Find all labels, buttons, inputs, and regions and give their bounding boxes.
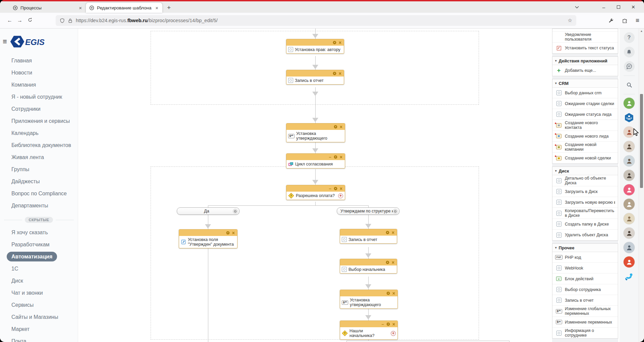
gear-icon[interactable] xyxy=(333,71,336,75)
sidebar-item[interactable]: Разработчикам xyxy=(0,239,78,251)
action-item[interactable]: Ожидание статуса лида xyxy=(552,109,618,120)
wrench-icon[interactable] xyxy=(608,18,614,23)
sidebar-item[interactable]: Я - новый сотрудник xyxy=(0,91,78,103)
action-item[interactable]: Создание нового контакта xyxy=(552,120,618,131)
egis-logo[interactable]: EGIS xyxy=(10,34,45,49)
help-button[interactable]: ? xyxy=(624,32,635,43)
condition-branch-structure[interactable]: Утверждаем по структуре ко... xyxy=(337,207,399,215)
chat-icon[interactable] xyxy=(624,61,635,72)
user-avatar[interactable] xyxy=(624,155,635,166)
user-avatar[interactable] xyxy=(624,98,635,109)
condition-branch-yes[interactable]: Да xyxy=(177,207,239,215)
user-avatar[interactable] xyxy=(624,199,635,210)
minimize-button[interactable]: – xyxy=(596,4,611,10)
action-item[interactable]: Загрузить в Диск xyxy=(552,186,618,197)
flow-block-payment-allowed[interactable]: – × ? Разрешена оплата? + xyxy=(286,185,345,200)
sidebar-item[interactable]: Почта xyxy=(0,335,78,342)
action-item[interactable]: Создать папку в Диске xyxy=(552,219,618,230)
lock-icon[interactable] xyxy=(68,18,73,23)
sidebar-item[interactable]: Департаменты xyxy=(0,200,78,212)
sidebar-item[interactable]: Библиотека документов xyxy=(0,139,78,151)
action-item[interactable]: Создание новой компании xyxy=(552,142,618,153)
notifications-bell-icon[interactable] xyxy=(624,47,635,57)
sidebar-item[interactable]: Диск xyxy=(0,275,78,287)
back-button[interactable]: ← xyxy=(5,17,15,23)
gear-icon[interactable] xyxy=(386,291,390,295)
close-window-button[interactable]: × xyxy=(626,4,641,11)
action-item[interactable]: Создание нового лида xyxy=(552,131,618,142)
action-item[interactable]: Запись в отчет xyxy=(552,295,618,306)
workflow-canvas[interactable]: × Установка прав: автору × Запись в отче xyxy=(78,29,552,342)
sidebar-item[interactable]: Главная xyxy=(0,55,78,67)
sidebar-item[interactable]: Приложения и сервисы xyxy=(0,115,78,127)
gear-icon[interactable] xyxy=(386,322,390,326)
action-item[interactable]: Изменение переменных xyxy=(552,317,618,328)
close-icon[interactable]: × xyxy=(340,186,342,191)
flow-block-report-top[interactable]: × Запись в отчет xyxy=(286,70,344,85)
collapse-icon[interactable]: – xyxy=(329,187,331,190)
flow-block-found-boss[interactable]: – × ? Нашли начальника? + xyxy=(340,321,398,340)
close-icon[interactable]: × xyxy=(392,230,394,235)
close-icon[interactable]: × xyxy=(392,260,394,265)
scroll-up-arrow[interactable]: ▲ xyxy=(639,29,644,33)
sidebar-item[interactable]: Сервисы xyxy=(0,299,78,311)
gear-icon[interactable] xyxy=(226,231,230,235)
add-branch-button[interactable]: + xyxy=(338,193,343,198)
tab-processes[interactable]: Процессы × xyxy=(9,3,86,13)
action-item[interactable]: Уведомление пользователя xyxy=(552,32,618,43)
close-icon[interactable]: × xyxy=(392,322,395,327)
action-item[interactable]: Установить текст статуса xyxy=(552,43,618,53)
action-item[interactable]: Удалить объект Диска xyxy=(552,230,618,240)
collapse-icon[interactable]: – xyxy=(382,323,384,326)
gear-icon[interactable] xyxy=(233,209,238,214)
flow-block-choose-boss[interactable]: × Выбор начальника xyxy=(340,259,397,274)
user-avatar[interactable] xyxy=(624,228,635,239)
flow-block-set-approver[interactable]: × Установка утверждающего xyxy=(286,123,345,142)
gear-icon[interactable] xyxy=(334,125,337,129)
sidebar-item[interactable]: Дайджесты xyxy=(0,176,78,188)
sidebar-item[interactable]: Живая лента xyxy=(0,151,78,163)
action-item[interactable]: Выбор сотрудника xyxy=(552,284,618,295)
user-avatar[interactable] xyxy=(624,213,635,224)
action-item[interactable]: Ожидание стадии сделки xyxy=(552,98,618,109)
browser-menu-icon[interactable]: ≡ xyxy=(636,17,639,24)
section-header[interactable]: ▾ Диск xyxy=(552,167,618,175)
scrollbar-thumb[interactable] xyxy=(640,94,643,188)
bookmark-star-icon[interactable]: ☆ xyxy=(568,17,572,23)
flow-block-set-rights[interactable]: × Установка прав: автору xyxy=(286,39,344,54)
section-header[interactable]: ▾ Действия приложений xyxy=(552,57,618,65)
new-tab-button[interactable]: + xyxy=(162,4,175,13)
close-icon[interactable]: × xyxy=(232,231,235,235)
gear-icon[interactable] xyxy=(386,260,389,264)
action-item[interactable]: Создание новой сделки xyxy=(552,153,618,163)
flow-block-approval-cycle[interactable]: – × Цикл согласования xyxy=(286,153,345,168)
address-bar[interactable]: https://dev.b24.egis-rus.fbweb.ru/bizpro… xyxy=(56,15,576,26)
sidebar-item[interactable]: Чат и звонки xyxy=(0,287,78,299)
tab-list-chevron-icon[interactable] xyxy=(570,4,584,10)
forward-button[interactable]: → xyxy=(15,17,25,23)
action-item[interactable]: Копировать/Переместить в Диске xyxy=(552,208,618,219)
extensions-puzzle-icon[interactable] xyxy=(622,18,628,23)
gear-icon[interactable] xyxy=(393,209,398,214)
action-item[interactable]: Выбор данных crm xyxy=(552,88,618,98)
action-item[interactable]: Информация о сотруднике xyxy=(552,328,618,338)
user-avatar[interactable] xyxy=(624,170,635,181)
user-avatar[interactable] xyxy=(624,271,635,282)
sidebar-item[interactable]: 1С xyxy=(0,263,78,275)
action-item[interactable]: Блок действий xyxy=(552,274,618,284)
hidden-divider-label[interactable]: СКРЫТЫЕ xyxy=(25,217,53,223)
hamburger-menu-icon[interactable]: ≡ xyxy=(2,38,8,45)
tab-template-edit[interactable]: Редактирование шаблона биз × xyxy=(86,3,162,13)
sidebar-item[interactable]: Маркет xyxy=(0,323,78,335)
search-icon[interactable] xyxy=(624,80,635,90)
sidebar-item[interactable]: Я хочу сказать xyxy=(0,227,78,239)
shield-icon[interactable] xyxy=(60,18,65,23)
action-item[interactable]: Загрузить новую версию в Диск xyxy=(552,197,618,208)
sidebar-item[interactable]: Компания xyxy=(0,79,78,91)
page-scrollbar[interactable]: ▲ xyxy=(639,29,644,342)
tab-close-icon[interactable]: × xyxy=(78,5,83,10)
maximize-button[interactable] xyxy=(611,5,626,9)
collapse-icon[interactable]: – xyxy=(329,155,331,159)
sidebar-item[interactable]: Новости xyxy=(0,67,78,79)
gear-icon[interactable] xyxy=(333,41,336,44)
